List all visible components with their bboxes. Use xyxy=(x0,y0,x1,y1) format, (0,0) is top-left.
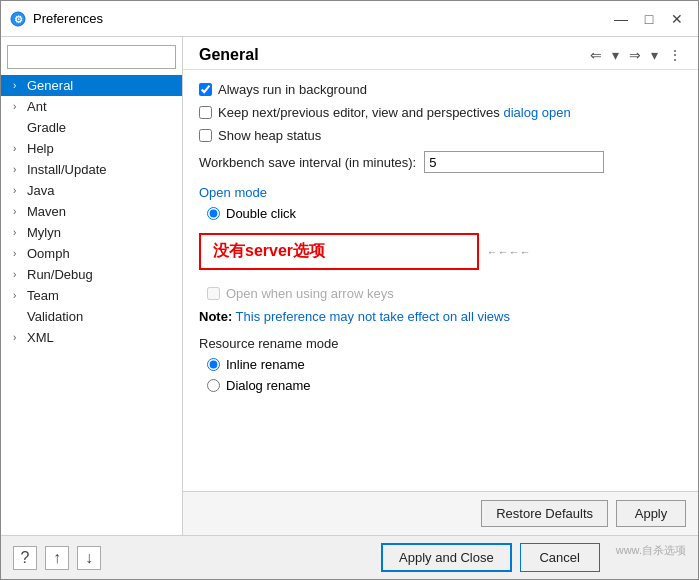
close-button[interactable]: ✕ xyxy=(664,8,690,30)
sidebar-item-label: Oomph xyxy=(27,246,70,261)
svg-text:⚙: ⚙ xyxy=(14,14,23,25)
cancel-button[interactable]: Cancel xyxy=(520,543,600,572)
search-box[interactable] xyxy=(7,45,176,69)
open-arrow-keys-checkbox xyxy=(207,287,220,300)
arrow-icon: › xyxy=(13,185,25,196)
back-button[interactable]: ⇐ xyxy=(586,45,606,65)
sidebar-item-label: General xyxy=(27,78,73,93)
title-bar: ⚙ Preferences — □ ✕ xyxy=(1,1,698,37)
bottom-icons: ? ↑ ↓ xyxy=(13,546,101,570)
sidebar-item-mylyn[interactable]: › Mylyn xyxy=(1,222,182,243)
always-run-checkbox[interactable] xyxy=(199,83,212,96)
sidebar-item-label: Mylyn xyxy=(27,225,61,240)
window-icon: ⚙ xyxy=(9,10,27,28)
forward-dropdown-button[interactable]: ▾ xyxy=(647,45,662,65)
inline-rename-label: Inline rename xyxy=(226,357,305,372)
arrow-icon: › xyxy=(13,227,25,238)
sidebar-item-label: Run/Debug xyxy=(27,267,93,282)
sidebar-item-gradle[interactable]: › Gradle xyxy=(1,117,182,138)
workbench-save-input[interactable] xyxy=(424,151,604,173)
bottom-right-buttons: Apply and Close Cancel www.自杀选项 xyxy=(381,543,686,572)
sidebar-item-help[interactable]: › Help xyxy=(1,138,182,159)
sidebar-item-install-update[interactable]: › Install/Update xyxy=(1,159,182,180)
sidebar: › General › Ant › Gradle › Help › Instal… xyxy=(1,37,183,535)
arrow-icon: › xyxy=(13,164,25,175)
arrow-icon: › xyxy=(13,206,25,217)
sidebar-item-label: Install/Update xyxy=(27,162,107,177)
sidebar-item-general[interactable]: › General xyxy=(1,75,182,96)
sidebar-item-label: Team xyxy=(27,288,59,303)
annotation-arrow: ←←←← xyxy=(487,246,531,258)
heap-status-label: Show heap status xyxy=(218,128,321,143)
sidebar-item-run-debug[interactable]: › Run/Debug xyxy=(1,264,182,285)
inline-rename-row: Inline rename xyxy=(207,357,682,372)
heap-status-row: Show heap status xyxy=(199,128,682,143)
sidebar-item-oomph[interactable]: › Oomph xyxy=(1,243,182,264)
sidebar-item-label: Java xyxy=(27,183,54,198)
heap-status-checkbox[interactable] xyxy=(199,129,212,142)
open-arrow-keys-row: Open when using arrow keys xyxy=(207,286,682,301)
content-area: › General › Ant › Gradle › Help › Instal… xyxy=(1,37,698,535)
open-arrow-keys-label: Open when using arrow keys xyxy=(226,286,394,301)
arrow-icon: › xyxy=(13,143,25,154)
keep-next-label: Keep next/previous editor, view and pers… xyxy=(218,105,571,120)
double-click-radio[interactable] xyxy=(207,207,220,220)
dialog-rename-radio[interactable] xyxy=(207,379,220,392)
arrow-icon: › xyxy=(13,290,25,301)
sidebar-item-label: Maven xyxy=(27,204,66,219)
preferences-window: ⚙ Preferences — □ ✕ › General › Ant › xyxy=(0,0,699,580)
keep-next-row: Keep next/previous editor, view and pers… xyxy=(199,105,682,120)
open-mode-label: Open mode xyxy=(199,185,682,200)
always-run-row: Always run in background xyxy=(199,82,682,97)
page-title: General xyxy=(199,46,259,64)
annotation-text: 没有server选项 xyxy=(213,242,325,259)
note-label: Note: xyxy=(199,309,232,324)
main-header: General ⇐ ▾ ⇒ ▾ ⋮ xyxy=(183,37,698,70)
bottom-bar: ? ↑ ↓ Apply and Close Cancel www.自杀选项 xyxy=(1,535,698,579)
keep-next-checkbox[interactable] xyxy=(199,106,212,119)
dialog-open-link[interactable]: dialog open xyxy=(503,105,570,120)
arrow-icon: › xyxy=(13,80,25,91)
restore-defaults-button[interactable]: Restore Defaults xyxy=(481,500,608,527)
sidebar-item-label: Ant xyxy=(27,99,47,114)
window-controls: — □ ✕ xyxy=(608,8,690,30)
note-row: Note: This preference may not take effec… xyxy=(199,309,682,324)
maximize-button[interactable]: □ xyxy=(636,8,662,30)
minimize-button[interactable]: — xyxy=(608,8,634,30)
apply-button[interactable]: Apply xyxy=(616,500,686,527)
arrow-icon: › xyxy=(13,248,25,259)
forward-button[interactable]: ⇒ xyxy=(625,45,645,65)
arrow-icon: › xyxy=(13,332,25,343)
help-icon[interactable]: ? xyxy=(13,546,37,570)
dialog-rename-label: Dialog rename xyxy=(226,378,311,393)
window-title: Preferences xyxy=(33,11,608,26)
inline-rename-radio[interactable] xyxy=(207,358,220,371)
sidebar-item-label: Gradle xyxy=(27,120,66,135)
main-body: Always run in background Keep next/previ… xyxy=(183,70,698,491)
search-input[interactable] xyxy=(8,46,175,68)
import-icon[interactable]: ↓ xyxy=(77,546,101,570)
sidebar-item-maven[interactable]: › Maven xyxy=(1,201,182,222)
sidebar-item-label: Help xyxy=(27,141,54,156)
watermark: www.自杀选项 xyxy=(616,543,686,572)
annotation-area: 没有server选项 ←←←← xyxy=(199,227,682,278)
resource-rename-label: Resource rename mode xyxy=(199,336,682,351)
sidebar-item-xml[interactable]: › XML xyxy=(1,327,182,348)
note-text: This preference may not take effect on a… xyxy=(236,309,510,324)
annotation-box: 没有server选项 xyxy=(199,233,479,270)
sidebar-item-java[interactable]: › Java xyxy=(1,180,182,201)
sidebar-item-team[interactable]: › Team xyxy=(1,285,182,306)
back-dropdown-button[interactable]: ▾ xyxy=(608,45,623,65)
sidebar-item-ant[interactable]: › Ant xyxy=(1,96,182,117)
menu-button[interactable]: ⋮ xyxy=(664,45,686,65)
sidebar-item-label: Validation xyxy=(27,309,83,324)
apply-and-close-button[interactable]: Apply and Close xyxy=(381,543,512,572)
export-icon[interactable]: ↑ xyxy=(45,546,69,570)
nav-controls: ⇐ ▾ ⇒ ▾ ⋮ xyxy=(586,45,686,65)
always-run-label: Always run in background xyxy=(218,82,367,97)
sidebar-item-validation[interactable]: › Validation xyxy=(1,306,182,327)
arrow-icon: › xyxy=(13,101,25,112)
double-click-label: Double click xyxy=(226,206,296,221)
main-footer: Restore Defaults Apply xyxy=(183,491,698,535)
workbench-save-label: Workbench save interval (in minutes): xyxy=(199,155,416,170)
